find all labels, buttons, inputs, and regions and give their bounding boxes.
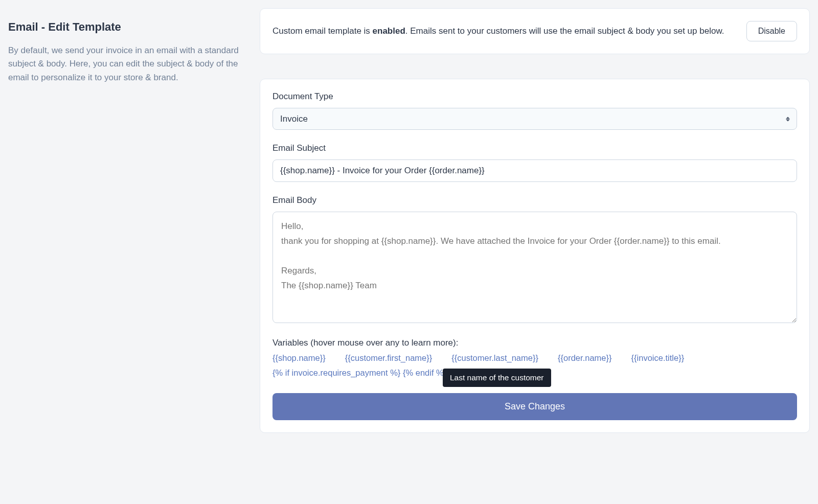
variables-label: Variables (hover mouse over any to learn… [272,338,797,348]
variable-if-requires-payment[interactable]: {% if invoice.requires_payment %} {% end… [272,368,446,378]
subject-label: Email Subject [272,143,797,153]
body-textarea[interactable] [272,212,797,323]
page-title: Email - Edit Template [8,20,243,34]
variable-customer-last-name[interactable]: {{customer.last_name}} [451,353,538,363]
variable-order-name[interactable]: {{order.name}} [558,353,612,363]
status-enabled-word: enabled [373,26,405,36]
status-prefix: Custom email template is [272,26,373,36]
body-label: Email Body [272,195,797,205]
variable-customer-first-name[interactable]: {{customer.first_name}} [345,353,433,363]
variable-shop-name[interactable]: {{shop.name}} [272,353,326,363]
disable-button[interactable]: Disable [746,21,797,41]
page-description: By default, we send your invoice in an e… [8,44,243,84]
doc-type-label: Document Type [272,91,797,102]
subject-input[interactable] [272,159,797,182]
save-button[interactable]: Save Changes [272,393,797,420]
variable-invoice-title[interactable]: {{invoice.title}} [631,353,685,363]
doc-type-select[interactable]: Invoice [272,108,797,130]
status-text: Custom email template is enabled. Emails… [272,25,724,38]
status-suffix: . Emails sent to your customers will use… [405,26,724,36]
variable-tooltip: Last name of the customer [443,369,551,387]
status-card: Custom email template is enabled. Emails… [260,8,810,54]
variables-list: {{shop.name}} {{customer.first_name}} {{… [272,353,797,378]
form-card: Document Type Invoice Email Subject Emai… [260,79,810,433]
